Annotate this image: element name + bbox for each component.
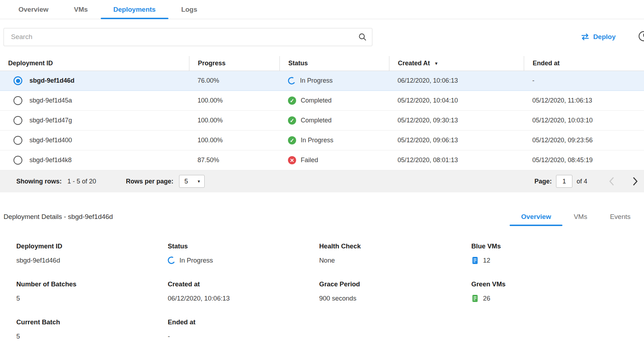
detail-field-value-text: sbgd-9ef1d46d bbox=[16, 257, 60, 264]
tab-label: Deployments bbox=[113, 6, 156, 13]
search-icon bbox=[358, 32, 367, 42]
detail-field-value: None bbox=[319, 256, 471, 265]
row-radio[interactable] bbox=[13, 116, 22, 125]
column-header-label: Status bbox=[288, 60, 308, 67]
status-cell: ×Failed bbox=[279, 156, 389, 164]
column-header-created-at[interactable]: Created At▼ bbox=[389, 56, 524, 71]
detail-field-value: 12 bbox=[471, 256, 644, 265]
showing-rows-label: Showing rows: bbox=[16, 178, 62, 185]
detail-field-current-batch: Current Batch5 bbox=[16, 318, 168, 341]
details-header: Deployment Details - sbgd-9ef1d46d Overv… bbox=[4, 213, 642, 226]
status-cell: ✓Completed bbox=[279, 116, 389, 125]
status-text: Failed bbox=[301, 156, 318, 164]
search-input[interactable] bbox=[10, 33, 354, 41]
progress-cell: 76.00% bbox=[189, 77, 279, 84]
detail-field-label: Green VMs bbox=[471, 280, 644, 288]
table-row[interactable]: sbgd-9ef1d4k887.50%×Failed05/12/2020, 08… bbox=[0, 150, 644, 170]
page-total: of 4 bbox=[577, 178, 587, 185]
deployment-id-cell: sbgd-9ef1d45a bbox=[0, 96, 189, 105]
table-header-row: Deployment IDProgressStatusCreated At▼En… bbox=[0, 56, 644, 71]
column-header-status: Status bbox=[279, 56, 389, 71]
details-tab-events[interactable]: Events bbox=[599, 213, 642, 226]
tab-deployments[interactable]: Deployments bbox=[101, 0, 168, 19]
detail-field-label: Deployment ID bbox=[16, 242, 168, 250]
column-header-deployment-id: Deployment ID bbox=[0, 56, 189, 71]
row-radio-selected[interactable] bbox=[13, 76, 22, 85]
deployment-id: sbgd-9ef1d47g bbox=[29, 117, 72, 124]
detail-field-label: Ended at bbox=[168, 318, 319, 326]
detail-field-grace-period: Grace Period900 seconds bbox=[319, 280, 471, 303]
tab-logs[interactable]: Logs bbox=[168, 0, 210, 19]
ended-at-cell: 05/12/2020, 08:45:19 bbox=[524, 156, 644, 164]
deployment-id: sbgd-9ef1d400 bbox=[29, 137, 72, 144]
detail-field-number-of-batches: Number of Batches5 bbox=[16, 280, 168, 303]
details-tab-overview[interactable]: Overview bbox=[510, 213, 562, 226]
column-header-label: Ended at bbox=[533, 60, 560, 67]
rows-per-page-select[interactable]: 5 ▼ bbox=[179, 175, 205, 188]
detail-field-value: 5 bbox=[16, 332, 168, 341]
detail-field-label: Health Check bbox=[319, 242, 471, 250]
created-at-cell: 05/12/2020, 10:04:10 bbox=[389, 97, 524, 104]
rows-per-page-value: 5 bbox=[184, 178, 188, 185]
status-cell: ✓In Progress bbox=[279, 136, 389, 144]
in-progress-spinner-icon bbox=[287, 76, 296, 86]
progress-cell: 100.00% bbox=[189, 97, 279, 104]
detail-field-value: 900 seconds bbox=[319, 294, 471, 303]
tab-vms[interactable]: VMs bbox=[61, 0, 101, 19]
ended-at-cell: 05/12/2020, 10:03:10 bbox=[524, 117, 644, 124]
detail-field-created-at: Created at06/12/2020, 10:06:13 bbox=[168, 280, 319, 303]
ended-at-cell: 05/12/2020, 09:23:56 bbox=[524, 137, 644, 144]
column-header-label: Progress bbox=[198, 60, 226, 67]
detail-field-deployment-id: Deployment IDsbgd-9ef1d46d bbox=[16, 242, 168, 265]
deployments-table: Deployment IDProgressStatusCreated At▼En… bbox=[0, 56, 644, 192]
detail-field-value-text: In Progress bbox=[179, 257, 213, 264]
deployment-id: sbgd-9ef1d45a bbox=[29, 97, 72, 104]
blue-vm-icon bbox=[471, 257, 479, 264]
toolbar: Deploy bbox=[4, 28, 640, 46]
detail-field-value-text: 26 bbox=[483, 295, 490, 302]
row-radio[interactable] bbox=[13, 156, 22, 165]
status-cell: ✓Completed bbox=[279, 97, 389, 105]
created-at-cell: 05/12/2020, 08:01:13 bbox=[389, 156, 524, 164]
table-row[interactable]: sbgd-9ef1d46d76.00%In Progress06/12/2020… bbox=[0, 71, 644, 91]
status-cell: In Progress bbox=[279, 77, 389, 84]
table-row[interactable]: sbgd-9ef1d47g100.00%✓Completed05/12/2020… bbox=[0, 111, 644, 131]
pagination: Page: of 4 bbox=[534, 175, 638, 188]
completed-check-icon: ✓ bbox=[288, 136, 296, 144]
row-radio[interactable] bbox=[13, 136, 22, 145]
failed-cross-icon: × bbox=[288, 156, 296, 164]
table-row[interactable]: sbgd-9ef1d45a100.00%✓Completed05/12/2020… bbox=[0, 91, 644, 111]
ended-at-cell: 05/12/2020, 11:06:13 bbox=[524, 97, 644, 104]
created-at-cell: 05/12/2020, 09:30:13 bbox=[389, 117, 524, 124]
column-header-label: Deployment ID bbox=[8, 60, 53, 67]
sort-desc-caret-icon: ▼ bbox=[434, 61, 438, 66]
detail-field-health-check: Health CheckNone bbox=[319, 242, 471, 265]
completed-check-icon: ✓ bbox=[288, 97, 296, 105]
deployment-id: sbgd-9ef1d46d bbox=[29, 77, 74, 84]
deploy-button[interactable]: Deploy bbox=[581, 33, 616, 41]
tab-label: VMs bbox=[74, 6, 88, 13]
top-tab-bar: OverviewVMsDeploymentsLogs bbox=[0, 0, 644, 19]
detail-field-label: Grace Period bbox=[319, 280, 471, 288]
created-at-cell: 06/12/2020, 10:06:13 bbox=[389, 77, 524, 84]
status-text: In Progress bbox=[301, 137, 333, 144]
next-page-chevron-icon[interactable] bbox=[633, 177, 638, 186]
deployment-id-cell: sbgd-9ef1d47g bbox=[0, 116, 189, 125]
deployments-page: OverviewVMsDeploymentsLogs Deploy bbox=[0, 0, 644, 352]
tab-overview[interactable]: Overview bbox=[6, 0, 61, 19]
tab-label: Overview bbox=[18, 6, 49, 13]
in-progress-spinner-icon bbox=[167, 256, 176, 265]
detail-field-value: 06/12/2020, 10:06:13 bbox=[168, 294, 319, 303]
progress-cell: 87.50% bbox=[189, 156, 279, 164]
deploy-swap-arrows-icon bbox=[581, 33, 589, 40]
details-tab-label: VMs bbox=[574, 213, 587, 220]
details-tab-vms[interactable]: VMs bbox=[562, 213, 599, 226]
history-clock-icon[interactable] bbox=[638, 31, 644, 42]
row-radio[interactable] bbox=[13, 96, 22, 105]
page-input[interactable] bbox=[556, 175, 572, 188]
detail-field-label: Created at bbox=[168, 280, 319, 288]
search-box[interactable] bbox=[4, 28, 372, 46]
prev-page-chevron-icon[interactable] bbox=[609, 177, 614, 186]
detail-field-value-text: None bbox=[319, 257, 335, 264]
table-row[interactable]: sbgd-9ef1d400100.00%✓In Progress05/12/20… bbox=[0, 131, 644, 150]
